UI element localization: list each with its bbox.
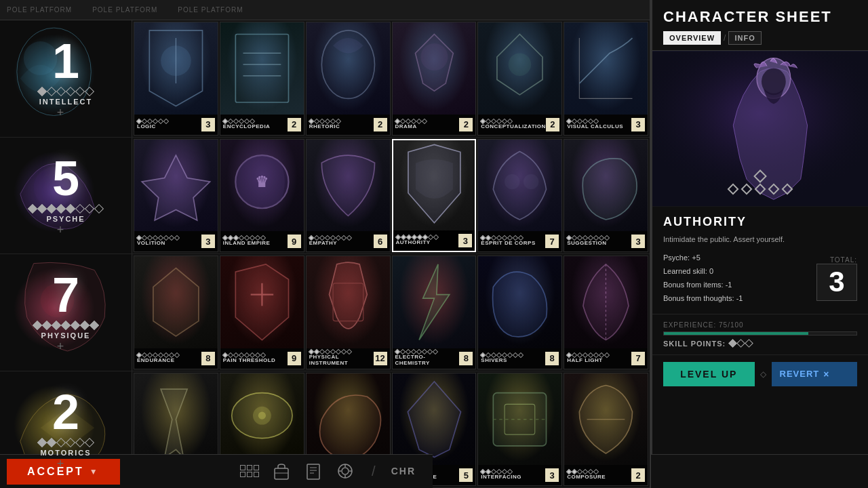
- dot: [66, 438, 75, 447]
- skill-card-encyclopedia[interactable]: ENCYCLOPEDIA 2: [220, 22, 304, 136]
- dot: [75, 204, 85, 214]
- dot: [80, 321, 90, 330]
- diamond: [755, 184, 766, 195]
- skill-art-composure: [564, 373, 648, 466]
- skill-card-bottom-endurance: ENDURANCE 8: [134, 348, 218, 369]
- intellect-dots: [39, 88, 93, 95]
- skill-value-logic: 3: [201, 118, 215, 131]
- skill-card-pain-threshold[interactable]: PAIN THRESHOLD 9: [220, 256, 304, 369]
- dot: [47, 87, 56, 96]
- stat-row-intellect: 1 INTELLECT +: [0, 20, 650, 138]
- panel-tabs: OVERVIEW / INFO: [663, 31, 857, 45]
- skill-card-authority[interactable]: AUTHORITY 3: [392, 139, 477, 253]
- tab-overview[interactable]: OVERVIEW: [663, 31, 721, 45]
- skill-card-drama[interactable]: DRAMA 2: [392, 22, 477, 136]
- physique-plus[interactable]: +: [57, 340, 64, 354]
- skill-art-electro-chemistry: [393, 256, 476, 348]
- dot: [37, 438, 47, 447]
- diamond-row: [729, 185, 791, 193]
- skill-card-visual-calculus[interactable]: VISUAL CALCULUS 3: [564, 22, 648, 136]
- motorics-plus[interactable]: +: [57, 457, 64, 471]
- stat-row-physique: 7 PHYSIQUE +: [0, 254, 650, 371]
- skill-card-bottom-electro-chemistry: ELECTRO-CHEMISTRY 8: [393, 348, 476, 369]
- skill-card-esprit-de-corps[interactable]: ESPRIT DE CORPS 7: [477, 139, 562, 253]
- skill-art-half-light: [564, 256, 648, 348]
- skill-art-inland-empire: ♛: [220, 140, 304, 232]
- skill-card-bottom-authority: AUTHORITY 3: [393, 230, 475, 251]
- skill-name-shivers: SHIVERS: [481, 358, 545, 364]
- skill-card-bottom-volition: VOLITION 3: [134, 231, 218, 251]
- book-icon[interactable]: [302, 460, 324, 482]
- tab-info[interactable]: INFO: [728, 31, 761, 45]
- skill-value-inland-empire: 9: [288, 235, 301, 248]
- skill-card-suggestion[interactable]: SUGGESTION 3: [564, 139, 648, 253]
- diamond-single: [753, 169, 767, 183]
- psyche-dots: [29, 205, 102, 212]
- skill-value-shivers: 8: [545, 352, 559, 365]
- skill-card-electro-chemistry[interactable]: ELECTRO-CHEMISTRY 8: [392, 256, 477, 369]
- physique-skills: ENDURANCE 8: [132, 254, 650, 371]
- skill-value-empathy: 6: [374, 235, 387, 248]
- stat-bonus-thoughts-row: Bonus from thoughts: -1: [663, 292, 743, 306]
- skill-card-endurance[interactable]: ENDURANCE 8: [134, 256, 218, 369]
- skill-card-bottom-half-light: HALF LIGHT 7: [564, 348, 648, 369]
- experience-section: EXPERIENCE: 75/100 SKILL POINTS:: [652, 314, 868, 355]
- dot: [37, 204, 47, 214]
- stat-label-intellect: 1 INTELLECT +: [0, 20, 132, 137]
- skill-art-esprit-de-corps: [478, 140, 561, 232]
- skill-card-empathy[interactable]: EMPATHY 6: [306, 139, 391, 253]
- physique-number: 7: [52, 270, 79, 319]
- skill-card-bottom-esprit: ESPRIT DE CORPS 7: [478, 231, 561, 251]
- bag-icon[interactable]: [271, 460, 292, 482]
- skill-card-volition[interactable]: VOLITION 3: [134, 139, 218, 253]
- skill-value-interfacing: 3: [545, 468, 559, 482]
- skill-value-rhetoric: 2: [374, 118, 387, 131]
- dot: [94, 204, 104, 214]
- skill-card-physical-instrument[interactable]: PHYSICAL INSTRUMENT 12: [306, 256, 391, 369]
- intellect-name: INTELLECT: [39, 98, 93, 106]
- stat-row-psyche: 5 PSYCHE +: [0, 138, 650, 255]
- svg-point-17: [505, 174, 519, 189]
- diamond: [782, 184, 793, 195]
- skill-art-hand-eye: [134, 373, 218, 466]
- psyche-skills: VOLITION 3 ♛: [132, 138, 650, 254]
- skill-card-conceptualization[interactable]: CONCEPTUALIZATION 2: [477, 22, 562, 136]
- revert-button[interactable]: REVERT ×: [772, 362, 858, 386]
- skill-art-reaction-speed: [307, 373, 390, 466]
- stat-bonus-items-row: Bonus from items: -1: [663, 279, 743, 292]
- skill-value-drama: 2: [459, 118, 473, 131]
- skill-card-half-light[interactable]: HALF LIGHT 7: [564, 256, 648, 369]
- skill-art-interfacing: [478, 373, 561, 466]
- psyche-plus[interactable]: +: [57, 223, 64, 237]
- dot: [90, 321, 99, 330]
- svg-point-23: [258, 411, 266, 419]
- target-icon[interactable]: [334, 460, 356, 482]
- skill-art-empathy: [307, 140, 390, 232]
- skill-card-logic[interactable]: LOGIC 3: [134, 22, 218, 136]
- skill-card-rhetoric[interactable]: RHETORIC 2: [306, 22, 391, 136]
- accept-label: ACCEPT: [27, 466, 84, 478]
- skill-card-interfacing[interactable]: INTERFACING 3: [477, 373, 562, 487]
- skill-card-bottom-physical-instrument: PHYSICAL INSTRUMENT 12: [307, 348, 390, 369]
- skill-name-inland-empire: INLAND EMPIRE: [223, 241, 288, 247]
- boxes-icon[interactable]: [239, 460, 260, 482]
- skill-card-bottom-visual-calculus: VISUAL CALCULUS 3: [564, 115, 648, 135]
- skill-card-bottom-composure: COMPOSURE 2: [564, 465, 648, 485]
- skill-name-empathy: EMPATHY: [309, 241, 374, 247]
- skill-card-composure[interactable]: COMPOSURE 2: [564, 373, 648, 487]
- stat-label-physique: 7 PHYSIQUE +: [0, 254, 132, 371]
- skill-card-bottom-inland-empire: INLAND EMPIRE 9: [220, 231, 304, 251]
- skill-card-shivers[interactable]: SHIVERS 8: [477, 256, 562, 369]
- exp-label: EXPERIENCE: 75/100: [663, 321, 857, 329]
- skill-name-endurance: ENDURANCE: [137, 358, 201, 364]
- skill-card-bottom-rhetoric: RHETORIC 2: [307, 115, 390, 135]
- intellect-plus[interactable]: +: [57, 106, 64, 120]
- skill-name-drama: DRAMA: [395, 124, 460, 130]
- revert-x-icon: ×: [823, 369, 829, 380]
- skill-card-bottom-drama: DRAMA 2: [393, 115, 476, 135]
- level-up-button[interactable]: LEVEL UP: [663, 362, 755, 386]
- skill-art-rhetoric: [307, 22, 390, 115]
- skill-card-inland-empire[interactable]: ♛ INLAND EMPIRE: [220, 139, 304, 253]
- dot: [42, 321, 52, 330]
- skill-value-conceptualization: 2: [546, 118, 559, 131]
